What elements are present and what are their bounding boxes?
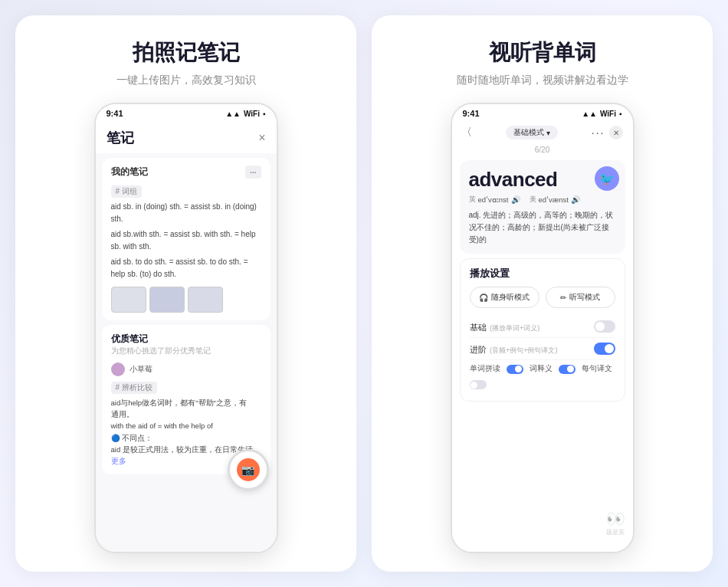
advanced-toggle[interactable] (594, 343, 615, 355)
battery-icon: ▪ (263, 110, 266, 118)
main-container: 拍照记笔记 一键上传图片，高效复习知识 9:41 ▲▲ WiFi ▪ 笔记 × (0, 0, 728, 587)
basic-sublabel: (播放单词+词义) (490, 324, 539, 332)
right-battery-icon: ▪ (619, 110, 622, 118)
quality-user-row: 小草莓 (111, 362, 261, 376)
word-progress: 6/20 (452, 144, 633, 156)
mode-label: 基础模式 (513, 127, 544, 138)
playback-settings-panel: 播放设置 🎧 随身听模式 ✏ 听写模式 (460, 258, 625, 402)
my-notes-label: 我的笔记 (111, 166, 148, 179)
chevron-down-icon: ▾ (546, 129, 550, 137)
advanced-label: 进阶 (470, 345, 487, 354)
explanation-label: 词释义 (530, 364, 553, 374)
mini-toggles-row: 单词拼读 词释义 每句译文 (470, 364, 615, 389)
more-options-icon[interactable]: ··· (592, 126, 605, 139)
sentence-trans-toggle[interactable] (470, 380, 487, 389)
pencil-icon: ✏ (560, 294, 566, 302)
vocab-toolbar: 〈 基础模式 ▾ ··· ✕ (452, 121, 633, 144)
notes-close-button[interactable]: × (258, 131, 265, 145)
advanced-label-group: 进阶 (音频+例句+例句译文) (470, 342, 558, 356)
uk-flag-label: 英 (469, 195, 476, 205)
more-link[interactable]: 更多 (111, 457, 126, 465)
right-panel-title: 视听背单词 (489, 38, 596, 67)
left-status-icons: ▲▲ WiFi ▪ (225, 110, 265, 118)
right-status-bar: 9:41 ▲▲ WiFi ▪ (452, 104, 633, 121)
right-time: 9:41 (463, 109, 480, 118)
right-phone-content: advanced 🐦 英 edˈvɑːnst 🔊 美 edˈvænst 🔊 (452, 156, 633, 552)
quality-notes-subtitle: 为您精心挑选了部分优秀笔记 (111, 346, 261, 356)
mini-toggles-section: 单词拼读 词释义 每句译文 (470, 360, 615, 393)
camera-icon: 📷 (237, 458, 260, 481)
notes-header: 笔记 × (96, 121, 277, 153)
thumb-2 (149, 287, 185, 313)
us-speaker-icon[interactable]: 🔊 (571, 195, 580, 204)
wifi-icon: WiFi (244, 110, 260, 118)
playback-title: 播放设置 (470, 267, 615, 280)
random-listen-label: 随身听模式 (491, 292, 530, 303)
notes-image-thumbnails (111, 287, 261, 313)
right-phone-mockup: 9:41 ▲▲ WiFi ▪ 〈 基础模式 ▾ ··· ✕ (451, 103, 635, 553)
left-time: 9:41 (107, 109, 123, 118)
advanced-mode-row: 进阶 (音频+例句+例句译文) (470, 338, 615, 360)
watermark-eyes: 👀 (606, 510, 625, 528)
notes-title: 笔记 (107, 129, 134, 147)
uk-phonetic-text: edˈvɑːnst (478, 195, 509, 204)
right-signal-icon: ▲▲ (582, 110, 597, 118)
us-flag-label: 美 (530, 195, 536, 205)
word-read-label: 单词拼读 (470, 364, 500, 374)
basic-toggle[interactable] (594, 320, 615, 333)
notes-line-3: aid sb. to do sth. = assist sb. to do st… (111, 256, 261, 280)
word-phonetics: 英 edˈvɑːnst 🔊 美 edˈvænst 🔊 (469, 195, 616, 205)
advanced-sublabel: (音频+例句+例句译文) (490, 346, 558, 354)
camera-badge: 📷 (228, 449, 269, 490)
notes-line-1: aid sb. in (doing) sth. = assist sb. in … (111, 201, 261, 225)
right-wifi-icon: WiFi (600, 110, 616, 118)
phonetic-us: 美 edˈvænst 🔊 (530, 195, 580, 205)
basic-label-group: 基础 (播放单词+词义) (470, 320, 540, 333)
left-panel-subtitle: 一键上传图片，高效复习知识 (116, 74, 256, 87)
dictation-label: 听写模式 (569, 292, 600, 303)
word-assistant-icon[interactable]: 🐦 (595, 166, 619, 191)
close-button[interactable]: ✕ (609, 126, 623, 139)
word-definition-text: adj. 先进的；高级的，高等的；晚期的，状况不佳的；高龄的；新提出(尚未被广泛… (469, 209, 616, 246)
mode-selector[interactable]: 基础模式 ▾ (506, 126, 558, 139)
left-phone-content: 我的笔记 ... # 词组 aid sb. in (doing) sth. = … (96, 153, 277, 552)
left-phone-mockup: 9:41 ▲▲ WiFi ▪ 笔记 × 我的笔记 ... (94, 103, 278, 553)
watermark: 👀 题是英 (606, 510, 625, 536)
notes-line-2: aid sb.with sth. = assist sb. with sth. … (111, 228, 261, 253)
notes-section-header: 我的笔记 ... (111, 166, 261, 179)
basic-label: 基础 (470, 323, 487, 332)
playback-mode-buttons: 🎧 随身听模式 ✏ 听写模式 (470, 287, 615, 308)
uk-speaker-icon[interactable]: 🔊 (511, 195, 520, 204)
left-panel-title: 拍照记笔记 (133, 38, 240, 67)
notes-body: aid sb. in (doing) sth. = assist sb. in … (111, 201, 261, 280)
thumb-3 (188, 287, 223, 313)
quality-tag: # 辨析比较 (111, 382, 157, 394)
word-card: advanced 🐦 英 edˈvɑːnst 🔊 美 edˈvænst 🔊 (460, 160, 625, 254)
vocab-tag: # 词组 (111, 185, 142, 198)
dictation-button[interactable]: ✏ 听写模式 (546, 287, 615, 308)
sentence-trans-label: 每句译文 (582, 364, 612, 374)
right-status-icons: ▲▲ WiFi ▪ (582, 110, 621, 118)
quality-notes-title: 优质笔记 (111, 333, 261, 346)
word-read-toggle[interactable] (507, 365, 523, 374)
username-label: 小草莓 (130, 364, 152, 375)
basic-mode-row: 基础 (播放单词+词义) (470, 316, 615, 338)
word-display: advanced (469, 168, 616, 192)
left-panel: 拍照记笔记 一键上传图片，高效复习知识 9:41 ▲▲ WiFi ▪ 笔记 × (15, 15, 356, 572)
right-panel-subtitle: 随时随地听单词，视频讲解边看边学 (457, 74, 628, 87)
my-notes-section: 我的笔记 ... # 词组 aid sb. in (doing) sth. = … (102, 158, 271, 320)
thumb-1 (111, 287, 146, 313)
watermark-text: 题是英 (606, 528, 625, 536)
notes-more-icon[interactable]: ... (245, 166, 261, 179)
vocab-actions: ··· ✕ (592, 126, 624, 139)
headphone-icon: 🎧 (479, 294, 488, 302)
signal-icon: ▲▲ (225, 110, 241, 118)
user-avatar (111, 362, 125, 376)
explanation-toggle[interactable] (559, 365, 576, 374)
us-phonetic-text: edˈvænst (539, 195, 569, 204)
back-chevron-icon[interactable]: 〈 (461, 126, 472, 139)
phonetic-uk: 英 edˈvɑːnst 🔊 (469, 195, 520, 205)
left-status-bar: 9:41 ▲▲ WiFi ▪ (96, 104, 277, 121)
random-listen-button[interactable]: 🎧 随身听模式 (470, 287, 539, 308)
right-panel: 视听背单词 随时随地听单词，视频讲解边看边学 9:41 ▲▲ WiFi ▪ 〈 … (372, 15, 713, 572)
